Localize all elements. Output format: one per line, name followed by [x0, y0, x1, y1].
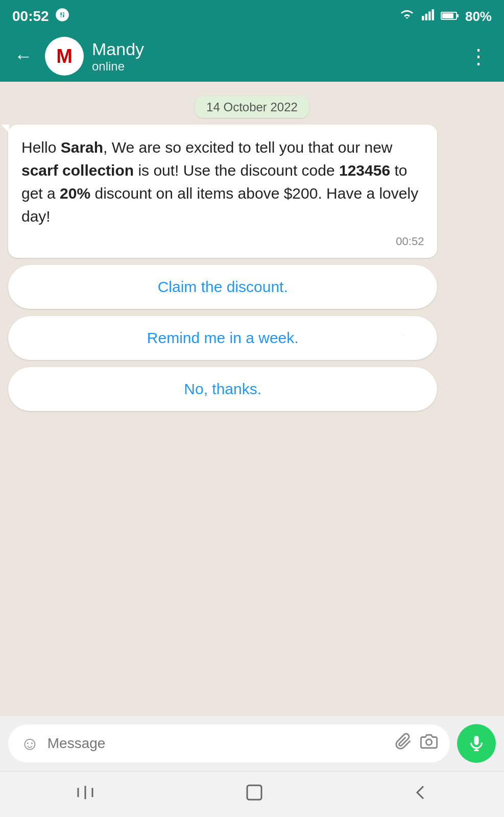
home-icon[interactable]	[245, 783, 263, 806]
contact-info: Mandy online	[92, 39, 456, 74]
no-thanks-button[interactable]: No, thanks.	[8, 367, 437, 411]
claim-discount-button[interactable]: Claim the discount.	[8, 265, 437, 309]
battery-percentage: 80%	[465, 9, 492, 25]
svg-rect-4	[428, 11, 430, 20]
avatar: M	[45, 37, 84, 76]
camera-icon[interactable]	[420, 733, 438, 754]
input-area: ☺	[0, 716, 504, 771]
status-left: 00:52 ✓	[12, 8, 69, 26]
message-input-box: ☺	[8, 725, 450, 762]
attachment-icon[interactable]	[395, 733, 412, 754]
svg-rect-5	[432, 9, 434, 20]
recent-apps-icon[interactable]	[75, 784, 95, 805]
time-display: 00:52	[12, 8, 49, 25]
date-label: 14 October 2022	[195, 96, 309, 118]
contact-status: online	[92, 59, 456, 74]
message-bubble: Hello Sarah, We are so excited to tell y…	[8, 125, 437, 258]
svg-rect-13	[247, 785, 261, 800]
bottom-nav	[0, 771, 504, 817]
wifi-icon	[399, 9, 415, 25]
status-bar: 00:52 ✓	[0, 0, 504, 31]
chat-area: 14 October 2022 Hello Sarah, We are so e…	[0, 82, 504, 716]
message-time: 00:52	[21, 233, 424, 250]
svg-rect-2	[422, 16, 424, 20]
signal-icon	[421, 8, 435, 25]
mic-button[interactable]	[457, 724, 496, 763]
status-right: 80%	[399, 8, 492, 25]
whatsapp-status-icon: ✓	[55, 8, 69, 26]
more-options-button[interactable]: ⋮	[464, 42, 494, 70]
svg-rect-8	[457, 14, 459, 17]
date-badge: 14 October 2022	[8, 100, 496, 114]
chat-header: ← M Mandy online ⋮	[0, 31, 504, 82]
emoji-icon[interactable]: ☺	[20, 733, 39, 754]
svg-rect-3	[425, 13, 427, 20]
svg-text:✓: ✓	[60, 11, 65, 18]
message-text: Hello Sarah, We are so excited to tell y…	[21, 139, 418, 225]
svg-point-9	[426, 739, 431, 745]
remind-week-button[interactable]: Remind me in a week.	[8, 316, 437, 360]
battery-icon	[441, 9, 459, 25]
contact-name: Mandy	[92, 39, 456, 59]
back-icon[interactable]	[413, 784, 429, 805]
back-button[interactable]: ←	[10, 43, 37, 69]
message-input[interactable]	[47, 735, 387, 752]
svg-rect-7	[442, 13, 453, 18]
